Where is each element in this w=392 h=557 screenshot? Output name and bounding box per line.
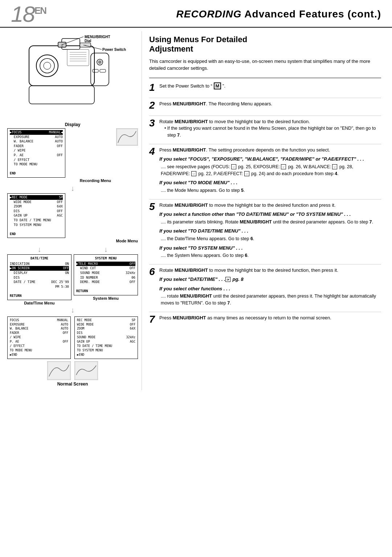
- sys-sp: [76, 284, 135, 289]
- ref-icon-3: ☞: [332, 164, 337, 169]
- step-4-subheading-2: If you select "TO MODE MENU" . . .: [159, 179, 381, 186]
- normal-screen-label: Normal Screen: [7, 382, 138, 387]
- menu-row-end-label1: END: [10, 171, 63, 176]
- recording-menu-diagram: ▶FOCUSMANUAL◀ EXPOSUREAUTO W. BALANCEAUT…: [7, 128, 111, 183]
- svg-text:Power Switch: Power Switch: [102, 48, 126, 52]
- divider-4: [149, 199, 381, 199]
- divider-1: [149, 98, 381, 98]
- divider-6: [149, 312, 381, 312]
- menu-row-effect: / EFFECT: [10, 158, 63, 162]
- menu-row-wipe: / WIPE: [10, 148, 63, 153]
- step-6-subheading-2: If you select other functions . . .: [159, 285, 381, 292]
- step-4: 4 Press MENU/BRIGHT. The setting procedu…: [149, 146, 381, 194]
- step-5-content: Rotate MENU/BRIGHT to move the highlight…: [159, 202, 381, 259]
- menu-row-exposure: EXPOSUREAUTO: [10, 135, 63, 140]
- step-5: 5 Rotate MENU/BRIGHT to move the highlig…: [149, 202, 381, 259]
- dt-onscreen: ▶ON SCREENOFF: [10, 266, 69, 271]
- step-5-subtext-3: .... the System Menu appears. Go to step…: [161, 252, 381, 259]
- step-6-subtext-2: .... rotate MENU/BRIGHT until the desire…: [161, 293, 381, 307]
- menu-row-fader: FADEROFF: [10, 144, 63, 149]
- svg-rect-21: [100, 69, 106, 72]
- svg-rect-20: [93, 69, 98, 72]
- ref-icon-2: ☞: [281, 164, 286, 169]
- sys-return: RETURN: [76, 289, 135, 294]
- svg-point-2: [40, 58, 54, 73]
- step-5-number: 5: [149, 202, 157, 212]
- step-4-subheading-1: If you select "FOCUS", "EXPOSURE", "W.BA…: [159, 156, 381, 163]
- ref-icon-5: ☞: [244, 171, 249, 176]
- page-header: 18EN RECORDING Advanced Features (cont.): [0, 0, 392, 28]
- datetime-branch: ↓ DATE/TIME INDICATIONON ▶ON SCREENOFF D…: [7, 245, 72, 305]
- step-2: 2 Press MENU/BRIGHT. The Recording Menu …: [149, 100, 381, 110]
- bottom-thumbnails: [7, 361, 138, 380]
- step-5-subheading-3: If you select "TO SYSTEM MENU" . . .: [159, 245, 381, 252]
- dt-time: PM 5:30: [10, 284, 69, 289]
- step-5-subtext-2: .... the Date/Time Menu appears. Go to s…: [161, 235, 381, 242]
- step-3-number: 3: [149, 118, 157, 128]
- step-6-number: 6: [149, 267, 157, 277]
- right-column: Using Menus For Detailed Adjustment This…: [142, 31, 392, 390]
- menu-row-dis: DISOFF: [10, 209, 63, 214]
- section-title: Using Menus For Detailed Adjustment: [149, 35, 381, 54]
- step-1: 1 Set the Power Switch to “ M ”.: [149, 82, 381, 93]
- arrow-down-1: ↓: [7, 184, 138, 193]
- step-3: 3 Rotate MENU/BRIGHT to move the highlig…: [149, 118, 381, 139]
- menu-row-pae: P. AEOFF: [10, 153, 63, 158]
- svg-text:Dial: Dial: [85, 39, 91, 43]
- branch-area: ↓ DATE/TIME INDICATIONON ▶ON SCREENOFF D…: [7, 245, 138, 305]
- dt-return: RETURN: [10, 294, 69, 298]
- dt-display: DISPLAYON: [10, 271, 69, 275]
- ref-icon-4: ☞: [191, 171, 196, 176]
- step-4-subtext-2: .... the Mode Menu appears. Go to step 5…: [161, 187, 381, 194]
- menu-row-focus: ▶FOCUSMANUAL◀: [10, 130, 63, 135]
- bottom-screens-row: FOCUSMANUAL EXPOSUREAUTO W. BALANCEAUTO …: [7, 316, 138, 359]
- menu-row-sp1: [10, 227, 63, 232]
- step-4-subtext-1: .... see respective pages (FOCUS: ☞ pg. …: [161, 164, 381, 177]
- menu-row-end1: [10, 167, 63, 171]
- step-3-content: Rotate MENU/BRIGHT to move the highlight…: [159, 118, 381, 139]
- arrow-down-2: ↓: [7, 306, 138, 314]
- step-5-subheading-2: If you select "TO DATE/TIME MENU" . . .: [159, 227, 381, 235]
- intro-text: This camcorder is equipped with an easy-…: [149, 58, 381, 72]
- divider-2: [149, 116, 381, 116]
- step-6-content: Rotate MENU/BRIGHT to move the highlight…: [159, 267, 381, 307]
- system-branch: ↓ SYSTEM MENU ▶TELE MACROOFF WIND CUTOFF…: [74, 245, 138, 300]
- display-label: Display: [7, 122, 138, 127]
- svg-rect-16: [29, 86, 94, 104]
- menu-row-gainup: GAIN UPAGC: [10, 213, 63, 218]
- dt-datetime: DATE / TIMEDEC 25'99: [10, 280, 69, 284]
- divider-3: [149, 144, 381, 144]
- svg-text:MENU/BRIGHT: MENU/BRIGHT: [85, 35, 110, 39]
- svg-point-1: [36, 55, 58, 77]
- step-6: 6 Rotate MENU/BRIGHT to move the highlig…: [149, 267, 381, 307]
- dt-dis: DIS: [10, 275, 69, 280]
- step-7-number: 7: [149, 314, 157, 324]
- svg-rect-27: [116, 128, 138, 146]
- step-1-number: 1: [149, 82, 157, 93]
- datetime-menu-screen: DATE/TIME INDICATIONON ▶ON SCREENOFF DIS…: [7, 254, 72, 300]
- step-7: 7 Press MENU/BRIGHT as many times as nec…: [149, 314, 381, 324]
- menu-row-tosystem: TO SYSTEM MENU: [10, 223, 63, 227]
- recording-menu-screen: ▶FOCUSMANUAL◀ EXPOSUREAUTO W. BALANCEAUT…: [7, 128, 65, 178]
- menu-row-wbalance: W. BALANCEAUTO: [10, 139, 63, 144]
- step-6-subheading-1: If you select "DATE/TIME" . . .☞ pg. 8: [159, 276, 381, 283]
- bottom-right-menu: REC MODESP WIDE MODEOFF ZOOM64X DIS SOUN…: [74, 316, 138, 359]
- menu-row-widemode: WIDE MODEOFF: [10, 200, 63, 205]
- sys-soundmode: SOUND MODE32kHz: [76, 271, 135, 275]
- bottom-right-screen: REC MODESP WIDE MODEOFF ZOOM64X DIS SOUN…: [74, 316, 138, 359]
- system-menu-label: System Menu: [74, 296, 138, 300]
- datetime-title: DATE/TIME: [10, 256, 69, 261]
- step-3-bullet: If the setting you want cannot be found …: [164, 125, 381, 139]
- system-title: SYSTEM MENU: [76, 256, 135, 261]
- ref-icon-1: ☞: [231, 164, 236, 169]
- svg-rect-29: [47, 361, 71, 380]
- recording-menu-row: ▶FOCUSMANUAL◀ EXPOSUREAUTO W. BALANCEAUT…: [7, 128, 138, 183]
- recording-menu-label: Recording Menu: [7, 178, 111, 183]
- main-content: ▒ ─ MENU/BRIGHT Dial: [0, 28, 392, 390]
- sys-telemacro: ▶TELE MACROOFF: [76, 262, 135, 266]
- camera-illustration: ▒ ─ MENU/BRIGHT Dial: [7, 35, 131, 118]
- top-divider: [149, 78, 381, 78]
- menu-row-recmode: ▶REC MODESP: [10, 195, 63, 200]
- left-column: ▒ ─ MENU/BRIGHT Dial: [0, 31, 142, 390]
- step-4-content: Press MENU/BRIGHT. The setting procedure…: [159, 146, 381, 194]
